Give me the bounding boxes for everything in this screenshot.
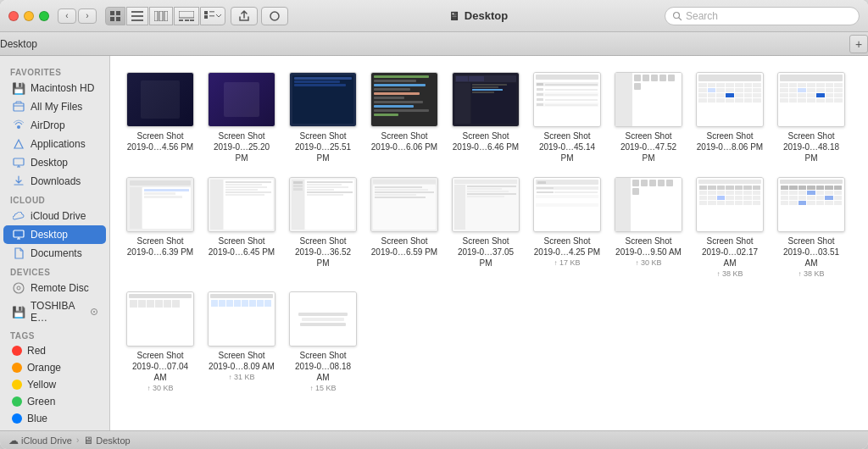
view-buttons <box>105 7 225 25</box>
sidebar-item-toshiba[interactable]: 💾 TOSHIBA E… <box>3 297 106 326</box>
svg-line-20 <box>679 17 682 19</box>
sidebar-item-macintosh-hd[interactable]: 💾 Macintosh HD <box>3 79 106 97</box>
file-thumbnail <box>289 177 357 232</box>
file-size: ↑ 38 KB <box>798 269 824 278</box>
list-item[interactable]: Screen Shot2019-0…6.59 PM <box>367 174 442 281</box>
back-button[interactable]: ‹ <box>58 8 76 24</box>
toolbar-row: Desktop + <box>0 32 868 56</box>
sidebar-item-airdrop[interactable]: AirDrop <box>3 116 106 135</box>
list-item[interactable]: Screen Shot2019-0…36.52 PM <box>286 174 360 281</box>
list-item[interactable]: Screen Shot2019-0…47.52 PM <box>611 69 686 167</box>
list-view-button[interactable] <box>126 7 148 25</box>
file-size: ↑ 30 KB <box>147 384 173 392</box>
file-name: Screen Shot2019-0…36.52 PM <box>289 236 357 269</box>
gallery-view-button[interactable] <box>174 7 199 25</box>
file-size: ↑ 38 KB <box>716 269 743 278</box>
file-thumbnail <box>126 177 194 232</box>
svg-rect-12 <box>185 19 189 21</box>
tag-orange-dot <box>12 363 22 373</box>
list-item[interactable]: Screen Shot2019-0…25.20 PM <box>204 69 279 167</box>
file-thumbnail <box>615 72 682 127</box>
bottom-bar: ☁ iCloud Drive › 🖥 Desktop <box>0 430 868 449</box>
close-button[interactable] <box>8 11 19 21</box>
sidebar-item-desktop[interactable]: Desktop <box>3 153 106 172</box>
sidebar-item-tag-blue[interactable]: Blue <box>3 410 106 427</box>
list-item[interactable]: Screen Shot2019-0…48.18 PM <box>774 69 849 167</box>
file-name: Screen Shot2019-0…4.25 PM <box>534 236 600 258</box>
sidebar-item-tag-yellow[interactable]: Yellow <box>3 376 106 393</box>
tag-green-dot <box>12 396 22 407</box>
sidebar-item-downloads[interactable]: Downloads <box>3 172 106 191</box>
breadcrumb-desktop-label: Desktop <box>96 435 130 446</box>
sidebar-item-documents[interactable]: Documents <box>3 244 106 263</box>
file-thumbnail <box>370 72 438 127</box>
sidebar-item-icloud-drive[interactable]: iCloud Drive <box>3 207 106 225</box>
sidebar-item-applications[interactable]: Applications <box>3 135 106 153</box>
tag-button[interactable] <box>261 7 288 25</box>
icon-view-button[interactable] <box>105 7 125 25</box>
sidebar-item-tag-orange[interactable]: Orange <box>3 359 106 376</box>
tag-yellow-dot <box>12 380 22 390</box>
list-item[interactable]: Screen Shot2019-0…03.51 AM ↑ 38 KB <box>774 174 849 281</box>
svg-rect-23 <box>14 158 24 165</box>
svg-rect-24 <box>14 230 24 237</box>
search-box[interactable]: Search <box>665 7 860 25</box>
svg-rect-7 <box>154 11 158 21</box>
list-item[interactable]: Screen Shot2019-0…4.25 PM ↑ 17 KB <box>530 174 604 281</box>
list-item[interactable]: Screen Shot2019-0…4.56 PM <box>123 69 198 167</box>
file-name: Screen Shot2019-0…25.20 PM <box>208 130 275 164</box>
traffic-lights <box>8 11 49 21</box>
list-item[interactable]: Screen Shot2019-0…37.05 PM <box>448 174 523 281</box>
list-item[interactable]: Screen Shot2019-0…8.06 PM <box>693 69 767 167</box>
sidebar-item-tag-green[interactable]: Green <box>3 393 106 410</box>
share-button[interactable] <box>231 7 258 25</box>
toshiba-icon: 💾 <box>12 305 25 319</box>
list-item[interactable]: Screen Shot2019-0…25.51 PM <box>286 69 360 167</box>
svg-rect-10 <box>179 11 194 18</box>
list-item[interactable]: Screen Shot2019-0…08.18 AM ↑ 15 KB <box>286 288 360 396</box>
column-view-button[interactable] <box>149 7 173 25</box>
file-thumbnail <box>289 72 357 127</box>
file-grid: Screen Shot2019-0…4.56 PM Screen Shot201… <box>123 69 855 396</box>
sidebar-item-all-my-files[interactable]: All My Files <box>3 97 106 116</box>
file-name: Screen Shot2019-0…02.17 AM <box>696 236 764 269</box>
file-thumbnail <box>615 177 682 232</box>
icloud-drive-icon <box>12 209 25 223</box>
file-size: ↑ 31 KB <box>228 373 254 381</box>
file-name: Screen Shot2019-0…47.52 PM <box>615 130 682 164</box>
file-thumbnail <box>126 72 194 127</box>
list-item[interactable]: Screen Shot2019-0…6.46 PM <box>448 69 523 167</box>
sidebar-item-desktop-active[interactable]: Desktop <box>3 225 106 244</box>
add-button[interactable]: + <box>849 35 868 53</box>
list-item[interactable]: Screen Shot2019-0…6.39 PM <box>123 174 198 281</box>
svg-rect-11 <box>179 19 183 21</box>
svg-rect-4 <box>131 11 143 13</box>
breadcrumb-icloud[interactable]: ☁ iCloud Drive <box>8 435 72 446</box>
list-item[interactable]: Screen Shot2019-0…02.17 AM ↑ 38 KB <box>693 174 767 281</box>
list-item[interactable]: Screen Shot2019-0…6.45 PM <box>204 174 279 281</box>
svg-rect-8 <box>159 11 163 21</box>
window-title: 🖥 Desktop <box>292 9 665 23</box>
tag-blue-dot <box>12 413 22 424</box>
maximize-button[interactable] <box>39 11 49 21</box>
downloads-icon <box>12 175 25 188</box>
list-item[interactable]: Screen Shot2019-0…6.06 PM <box>367 69 442 167</box>
breadcrumb-icloud-label: iCloud Drive <box>21 435 72 446</box>
list-item[interactable]: Screen Shot2019-0…07.04 AM ↑ 30 KB <box>123 288 198 396</box>
svg-point-18 <box>270 12 279 20</box>
sidebar-item-remote-disc[interactable]: Remote Disc <box>3 279 106 297</box>
arrange-button[interactable] <box>200 7 225 25</box>
desktop-fav-icon <box>12 156 25 169</box>
list-item[interactable]: Screen Shot2019-0…9.50 AM ↑ 30 KB <box>611 174 686 281</box>
file-name: Screen Shot2019-0…03.51 AM <box>777 236 845 269</box>
svg-rect-16 <box>204 15 208 19</box>
minimize-button[interactable] <box>24 11 34 21</box>
list-item[interactable]: Screen Shot2019-0…8.09 AM ↑ 31 KB <box>204 288 279 396</box>
sidebar-item-tag-red[interactable]: Red <box>3 342 106 359</box>
list-item[interactable]: Screen Shot2019-0…45.14 PM <box>530 69 604 167</box>
forward-button[interactable]: › <box>78 8 97 24</box>
file-thumbnail <box>696 72 764 127</box>
breadcrumb-desktop[interactable]: 🖥 Desktop <box>83 435 130 446</box>
breadcrumb-separator: › <box>76 435 79 445</box>
file-thumbnail <box>452 177 520 232</box>
